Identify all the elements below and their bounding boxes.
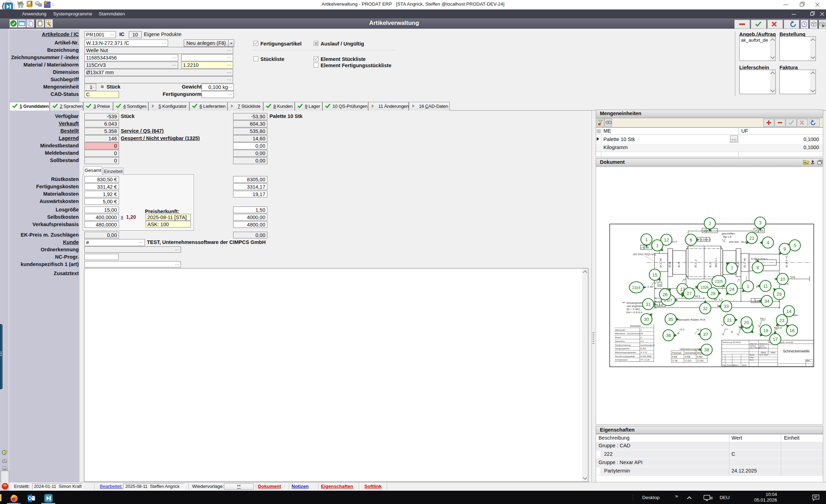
- svg-text:4,4: 4,4: [640, 340, 644, 342]
- svg-text:35: 35: [668, 317, 673, 322]
- svg-text:9 DIN 3965: 9 DIN 3965: [640, 355, 652, 357]
- svg-text:Eht = 0,5+0,4: Eht = 0,5+0,4: [626, 311, 642, 314]
- svg-text:Ø32-0,1: Ø32-0,1: [714, 258, 718, 267]
- svg-text:Ra 1,6: Ra 1,6: [723, 235, 732, 238]
- svg-text:29.07.2004: 29.07.2004: [759, 354, 768, 356]
- svg-text:15: 15: [652, 272, 657, 278]
- svg-text:+0,2: +0,2: [696, 328, 701, 331]
- svg-text:32: 32: [703, 306, 708, 311]
- svg-text:4° 5' 8": 4° 5' 8": [640, 351, 648, 354]
- svg-text:16: 16: [790, 328, 794, 333]
- svg-text:[10]: [10]: [790, 275, 795, 279]
- svg-text:6: 6: [690, 237, 692, 243]
- svg-text:8: 8: [756, 265, 759, 270]
- svg-text:1: 1: [656, 243, 658, 248]
- svg-text:Änderung: Änderung: [727, 364, 734, 366]
- svg-text:30: 30: [644, 317, 649, 322]
- svg-text:Passmaß: Passmaß: [672, 352, 681, 354]
- svg-text:20: 20: [744, 320, 749, 325]
- svg-text:Gepr.: Gepr.: [750, 356, 754, 358]
- svg-text:Ø 20: Ø 20: [677, 262, 680, 267]
- svg-text:5: 5: [793, 243, 796, 248]
- svg-text:rechtssteigend: rechtssteigend: [640, 344, 655, 346]
- svg-text:Steigungshöhe: Steigungshöhe: [615, 347, 630, 350]
- svg-text:Höchstmaß: Höchstmaß: [685, 352, 696, 354]
- svg-text:5: 5: [756, 285, 758, 288]
- svg-text:und angelassen: und angelassen: [626, 304, 645, 308]
- svg-text:23: 23: [779, 318, 784, 323]
- svg-text:Zahnhöhe: Zahnhöhe: [615, 340, 625, 342]
- svg-text:A: A: [659, 283, 661, 286]
- svg-text:Achsabstand: Achsabstand: [615, 358, 628, 361]
- svg-text:50,5: 50,5: [695, 295, 700, 298]
- svg-text:ISO 6411-RZ(0,4/2): ISO 6411-RZ(0,4/2): [633, 253, 656, 256]
- svg-text:17: 17: [773, 337, 778, 342]
- svg-text:Zähnezahl: Zähnezahl: [615, 329, 625, 331]
- svg-text:∕∕ 0,05: ∕∕ 0,05: [641, 246, 649, 249]
- svg-text:Mittensteigungswinkel: Mittensteigungswinkel: [615, 351, 636, 354]
- svg-text:34: 34: [764, 299, 769, 304]
- svg-text:26: 26: [640, 332, 643, 335]
- svg-text:14: 14: [786, 309, 791, 314]
- svg-text:1: 1: [747, 284, 749, 289]
- svg-text:Name: Name: [742, 364, 747, 366]
- svg-text:47 ± 0,25: 47 ± 0,25: [640, 358, 650, 361]
- svg-text:17,001: 17,001: [697, 359, 704, 362]
- svg-text:6,283: 6,283: [640, 347, 646, 350]
- svg-text:Ø 17 k6: Ø 17 k6: [743, 258, 746, 267]
- svg-text:9: 9: [783, 246, 786, 252]
- svg-text:Flankenrichtung: Flankenrichtung: [615, 344, 631, 346]
- svg-text:Modul: Modul: [615, 336, 621, 338]
- svg-text:Ø 25: Ø 25: [709, 262, 712, 267]
- svg-text:24: 24: [729, 287, 734, 292]
- svg-text:22: 22: [749, 236, 754, 241]
- svg-text:Bearb.: Bearb.: [750, 354, 755, 356]
- svg-text:2324: 2324: [632, 286, 640, 290]
- svg-text:+0,3: +0,3: [679, 328, 684, 331]
- svg-text:1: 1: [640, 329, 642, 331]
- svg-text:1: 1: [812, 364, 813, 366]
- svg-text:38: 38: [704, 347, 709, 352]
- svg-text:Ra 1: Ra 1: [760, 317, 766, 320]
- svg-text:Blatt: Blatt: [806, 360, 810, 362]
- svg-text:27: 27: [687, 291, 692, 296]
- svg-text:2: 2: [640, 336, 642, 338]
- svg-text:Norm: Norm: [750, 359, 754, 361]
- svg-text:5 M8 x 3+0,1: 5 M8 x 3+0,1: [751, 257, 768, 260]
- svg-text:Mittenkreis - Durchmesser: Mittenkreis - Durchmesser: [615, 332, 640, 335]
- svg-text:4,980: 4,980: [697, 356, 702, 358]
- svg-text:33: 33: [724, 304, 729, 309]
- svg-text:Ø̇ 0,05: Ø̇ 0,05: [755, 229, 764, 232]
- svg-text:Ø 21,2: Ø 21,2: [694, 259, 697, 267]
- svg-text:Datum: Datum: [734, 364, 739, 366]
- svg-text:x: x: [685, 278, 686, 280]
- svg-text:einsatzgehärtet: einsatzgehärtet: [626, 301, 645, 304]
- svg-text:Schnecke: Schnecke: [630, 325, 641, 327]
- svg-text:11: 11: [763, 284, 768, 289]
- svg-text:36: 36: [666, 333, 671, 338]
- svg-text:7: 7: [730, 266, 733, 271]
- svg-text:Ø 16,5 +0,1: Ø 16,5 +0,1: [785, 254, 788, 267]
- svg-text:Verzahnungsqualität: Verzahnungsqualität: [615, 355, 635, 357]
- svg-text:geschliffen: geschliffen: [722, 232, 735, 235]
- svg-text:3: 3: [759, 220, 761, 225]
- svg-text:1: 1: [645, 237, 648, 242]
- svg-text:Name: Name: [771, 351, 776, 354]
- svg-text:4: 4: [766, 240, 769, 245]
- svg-text:Datum: Datum: [761, 351, 766, 354]
- svg-text:10: 10: [780, 276, 785, 282]
- svg-text:DIN 6784: DIN 6784: [759, 347, 766, 349]
- svg-text:26: 26: [663, 292, 667, 297]
- svg-text:Zust.: Zust.: [722, 364, 726, 366]
- svg-text:4,998: 4,998: [685, 356, 690, 358]
- svg-text:Übersetzungstafel: Übersetzungstafel: [680, 348, 702, 351]
- svg-text:5 M8: 5 M8: [672, 356, 677, 358]
- svg-text:Tolerierung ISO 8015: Tolerierung ISO 8015: [722, 341, 741, 343]
- svg-text:2326: 2326: [700, 285, 709, 289]
- svg-text:Schneckenwelle: Schneckenwelle: [783, 349, 810, 353]
- svg-text:Ø 17 k6: Ø 17 k6: [659, 258, 662, 267]
- svg-text:21: 21: [727, 317, 732, 323]
- svg-text:29: 29: [777, 292, 782, 297]
- svg-text:=: =: [731, 330, 733, 334]
- svg-text:28: 28: [710, 291, 715, 296]
